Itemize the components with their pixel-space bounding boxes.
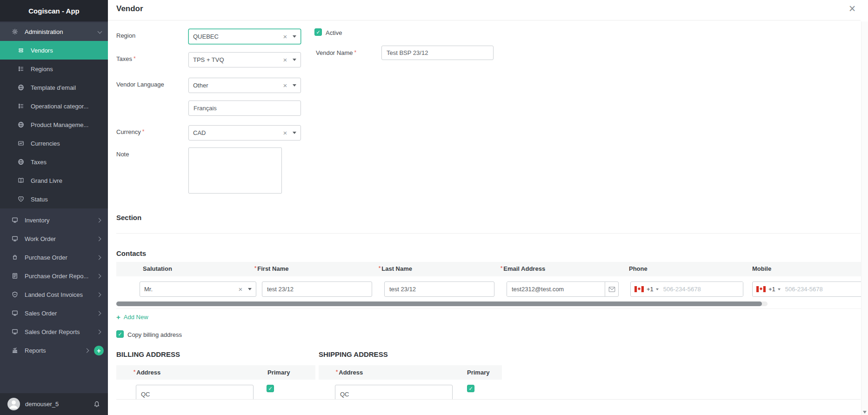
- other-language-input[interactable]: [188, 100, 301, 116]
- billing-address-input[interactable]: [136, 385, 254, 400]
- vendor-language-select[interactable]: Other: [188, 78, 301, 93]
- sidebar-item-inventory[interactable]: Inventory: [0, 211, 108, 229]
- sidebar-item-label: Landed Cost Invoices: [25, 291, 83, 298]
- header-divider: [108, 20, 861, 20]
- sidebar-item-status[interactable]: Status: [0, 190, 108, 208]
- email-input[interactable]: [507, 282, 605, 296]
- dropdown-caret-icon[interactable]: [248, 288, 252, 290]
- note-textarea[interactable]: [188, 147, 282, 194]
- column-header-shipping-address: Address: [336, 369, 363, 376]
- sidebar-item-landed-cost-invoices[interactable]: Landed Cost Invoices: [0, 285, 108, 304]
- sidebar-item-label: Taxes: [31, 159, 47, 166]
- envelope-icon: [608, 286, 615, 293]
- sidebar-item-reports[interactable]: Reports: [0, 341, 108, 360]
- clear-icon[interactable]: [280, 129, 290, 137]
- chevron-right-icon: [97, 329, 101, 334]
- clear-icon[interactable]: [235, 285, 246, 293]
- sidebar-item-sales-order-reports[interactable]: Sales Order Reports: [0, 322, 108, 341]
- sidebar-item-administration[interactable]: Administration: [0, 22, 108, 41]
- sidebar-item-label: Administration: [25, 28, 63, 35]
- dropdown-caret-icon[interactable]: [293, 132, 296, 134]
- add-new-contact-button[interactable]: Add New: [116, 313, 148, 321]
- vendor-name-input[interactable]: [381, 46, 494, 60]
- sidebar-item-label: Sales Order Reports: [25, 328, 80, 335]
- sidebar-item-label: Purchase Order: [25, 254, 67, 261]
- chevron-right-icon: [85, 348, 89, 353]
- sidebar-item-operational-categories[interactable]: Operational categor...: [0, 97, 108, 115]
- add-report-button[interactable]: [94, 346, 104, 355]
- first-name-input[interactable]: [262, 281, 372, 297]
- sidebar-item-work-order[interactable]: Work Order: [0, 229, 108, 248]
- bell-icon[interactable]: [93, 401, 100, 408]
- last-name-input[interactable]: [384, 281, 494, 297]
- sidebar-item-label: Regions: [31, 66, 53, 73]
- horizontal-scrollbar-thumb[interactable]: [116, 301, 762, 306]
- chevron-right-icon: [97, 292, 101, 297]
- app-root: Cogiscan - App Administration Vendors Re…: [0, 0, 868, 415]
- clear-icon[interactable]: [280, 81, 290, 89]
- column-header-billing-primary: Primary: [267, 369, 290, 376]
- dial-code-caret-icon[interactable]: [656, 288, 659, 290]
- taxes-select[interactable]: TPS + TVQ: [188, 52, 301, 67]
- gear-icon: [11, 28, 19, 35]
- shipping-address-input[interactable]: [335, 385, 453, 400]
- column-header-email: Email Address: [501, 265, 545, 272]
- scroll-down-arrow-icon[interactable]: [863, 411, 867, 414]
- clear-icon[interactable]: [280, 56, 290, 64]
- monitor-icon: [11, 309, 19, 317]
- chevron-right-icon: [97, 218, 101, 222]
- sidebar-item-purchase-order[interactable]: Purchase Order: [0, 248, 108, 267]
- copy-billing-address-checkbox[interactable]: [116, 330, 124, 338]
- sidebar-item-purchase-order-reports[interactable]: Purchase Order Repo...: [0, 267, 108, 285]
- sidebar-item-label: Status: [31, 196, 48, 203]
- send-email-button[interactable]: [605, 282, 618, 296]
- sidebar-item-sales-order[interactable]: Sales Order: [0, 304, 108, 322]
- sidebar-item-label: Work Order: [25, 235, 56, 242]
- page-title: Vendor: [116, 4, 143, 13]
- sidebar-item-currencies[interactable]: Currencies: [0, 134, 108, 153]
- sidebar-item-template-email[interactable]: Template d'email: [0, 78, 108, 97]
- salutation-select[interactable]: Mr.: [140, 281, 256, 297]
- phone-input[interactable]: [660, 282, 743, 296]
- dropdown-caret-icon[interactable]: [293, 59, 296, 61]
- dial-code-caret-icon[interactable]: [778, 288, 781, 290]
- address-rows-clip: [108, 380, 868, 400]
- horizontal-scrollbar-track[interactable]: [116, 301, 768, 306]
- sidebar-item-product-management[interactable]: Product Manageme...: [0, 115, 108, 134]
- sidebar-item-grand-livre[interactable]: Grand Livre: [0, 171, 108, 190]
- contacts-bottom-divider: [116, 308, 868, 309]
- close-icon[interactable]: [847, 3, 858, 14]
- region-label: Region: [116, 32, 135, 39]
- chevron-right-icon: [97, 236, 101, 241]
- vertical-scrollbar-track[interactable]: [861, 21, 868, 415]
- dial-code: +1: [647, 286, 654, 293]
- mobile-input[interactable]: [781, 282, 868, 296]
- region-select[interactable]: QUEBEC: [188, 29, 301, 44]
- column-header-last-name: Last Name: [379, 265, 412, 272]
- column-header-billing-address: Address: [134, 369, 160, 376]
- section-title: Section: [116, 214, 141, 221]
- clear-icon[interactable]: [280, 33, 290, 40]
- email-input-group: [507, 281, 619, 297]
- sidebar-item-vendors[interactable]: Vendors: [0, 41, 108, 60]
- card-chart-icon: [17, 140, 25, 147]
- active-checkbox[interactable]: [314, 28, 322, 36]
- required-marker: [141, 128, 145, 135]
- vendor-panel: Vendor Region QUEBEC Active Taxes TPS + …: [108, 0, 868, 415]
- dropdown-caret-icon[interactable]: [293, 84, 296, 87]
- taxes-label: Taxes: [116, 55, 136, 62]
- bullet-list-icon: [17, 65, 25, 73]
- sidebar-item-taxes[interactable]: Taxes: [0, 153, 108, 171]
- currency-select[interactable]: CAD: [188, 125, 301, 141]
- shipping-address-title: SHIPPING ADDRESS: [319, 350, 388, 358]
- column-header-shipping-primary: Primary: [467, 369, 489, 376]
- dropdown-caret-icon[interactable]: [293, 35, 296, 38]
- vendor-name-label: Vendor Name: [316, 49, 356, 56]
- billing-primary-checkbox[interactable]: [267, 385, 274, 392]
- sidebar-item-regions[interactable]: Regions: [0, 60, 108, 78]
- avatar[interactable]: [7, 398, 20, 410]
- book-icon: [17, 177, 25, 184]
- shipping-primary-checkbox[interactable]: [467, 385, 474, 392]
- sidebar-item-label: Operational categor...: [31, 103, 88, 110]
- globe-icon: [17, 121, 25, 128]
